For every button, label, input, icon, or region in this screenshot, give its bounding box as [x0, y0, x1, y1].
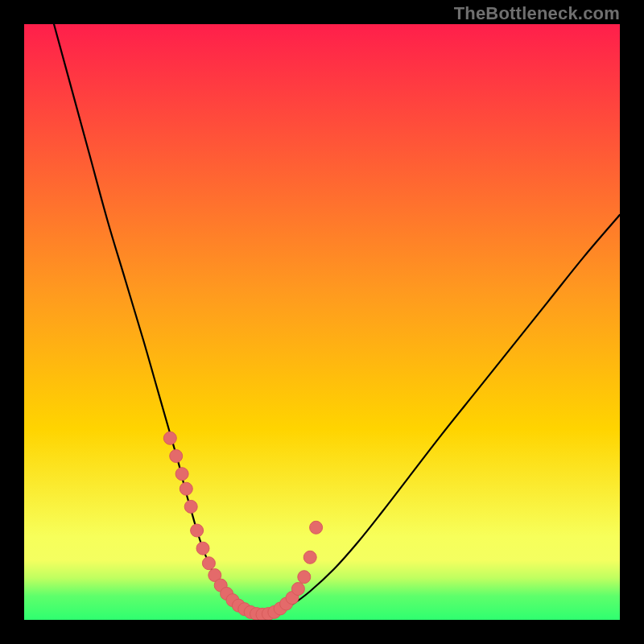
data-marker [196, 542, 209, 555]
data-marker [184, 500, 197, 513]
plot-area [24, 24, 620, 620]
data-marker [191, 524, 204, 537]
data-marker [303, 551, 316, 564]
data-marker [298, 571, 311, 584]
data-marker [202, 557, 215, 570]
watermark-text: TheBottleneck.com [454, 3, 620, 24]
data-marker [180, 482, 192, 495]
data-marker [163, 431, 176, 444]
chart-frame: TheBottleneck.com [0, 0, 644, 644]
data-marker [175, 468, 188, 481]
data-marker [310, 521, 323, 534]
data-marker [170, 450, 183, 463]
data-marker [291, 583, 304, 596]
bottleneck-chart [24, 24, 620, 620]
